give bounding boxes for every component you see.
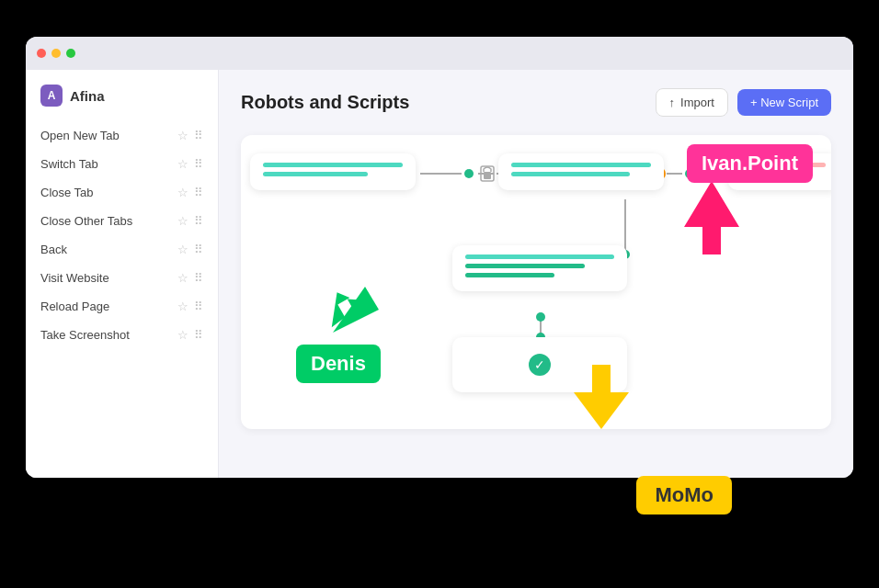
sidebar-item-label: Reload Page <box>40 300 109 313</box>
minimize-dot[interactable] <box>51 49 61 58</box>
star-icon[interactable]: ☆ <box>177 271 188 285</box>
grid-icon[interactable]: ⠿ <box>194 186 203 199</box>
svg-marker-23 <box>574 365 629 429</box>
pink-arrow <box>684 181 739 254</box>
flow-node-2 <box>498 153 664 190</box>
flow-diagram: ✓ Denis <box>241 135 831 429</box>
grid-icon[interactable]: ⠿ <box>194 328 203 342</box>
green-arrow <box>314 282 388 337</box>
page-title: Robots and Scripts <box>241 92 409 113</box>
annotation-denis: Denis <box>296 345 381 383</box>
sidebar-item-label: Close Tab <box>40 186 94 199</box>
sidebar-item-reload-page[interactable]: Reload Page ☆ ⠿ <box>26 292 218 321</box>
logo-text: Afina <box>70 88 105 104</box>
close-dot[interactable] <box>37 49 46 58</box>
sidebar-item-open-new-tab[interactable]: Open New Tab ☆ ⠿ <box>26 121 218 150</box>
maximize-dot[interactable] <box>66 49 75 58</box>
grid-icon[interactable]: ⠿ <box>194 300 203 313</box>
new-script-button[interactable]: + New Script <box>737 89 831 116</box>
sidebar-item-take-screenshot[interactable]: Take Screenshot ☆ ⠿ <box>26 321 218 349</box>
grid-icon[interactable]: ⠿ <box>194 157 203 171</box>
star-icon[interactable]: ☆ <box>177 129 188 142</box>
browser-chrome <box>26 37 853 70</box>
star-icon[interactable]: ☆ <box>177 157 188 171</box>
sidebar-item-switch-tab[interactable]: Switch Tab ☆ ⠿ <box>26 150 218 178</box>
import-label: Import <box>680 96 714 109</box>
sidebar-item-label: Back <box>40 243 67 256</box>
checkmark-icon: ✓ <box>529 354 551 376</box>
header-actions: ↑ Import + New Script <box>656 88 831 117</box>
svg-rect-4 <box>484 172 491 179</box>
sidebar-item-label: Visit Website <box>40 271 109 285</box>
star-icon[interactable]: ☆ <box>177 186 188 199</box>
new-script-label: + New Script <box>750 96 818 109</box>
flow-node-1 <box>250 153 416 190</box>
grid-icon[interactable]: ⠿ <box>194 243 203 256</box>
sidebar-item-close-other-tabs[interactable]: Close Other Tabs ☆ ⠿ <box>26 207 218 235</box>
main-content: Robots and Scripts ↑ Import + New Script <box>219 70 853 478</box>
app-body: A Afina Open New Tab ☆ ⠿ Switch Tab ☆ <box>26 70 853 478</box>
sidebar-item-label: Open New Tab <box>40 129 120 142</box>
svg-point-1 <box>464 169 474 178</box>
svg-point-19 <box>536 312 545 322</box>
annotation-momo: MoMo <box>636 476 732 514</box>
yellow-arrow <box>574 365 629 429</box>
sidebar-item-label: Switch Tab <box>40 157 98 171</box>
flow-node-4 <box>452 245 627 291</box>
star-icon[interactable]: ☆ <box>177 328 188 342</box>
annotation-ivan: Ivan.Point <box>687 144 813 183</box>
svg-marker-22 <box>684 181 739 254</box>
import-button[interactable]: ↑ Import <box>656 88 728 117</box>
main-header: Robots and Scripts ↑ Import + New Script <box>241 88 831 117</box>
logo-icon: A <box>40 85 63 107</box>
star-icon[interactable]: ☆ <box>177 243 188 256</box>
grid-icon[interactable]: ⠿ <box>194 129 203 142</box>
sidebar-item-label: Close Other Tabs <box>40 214 132 228</box>
sidebar-logo: A Afina <box>26 85 218 121</box>
sidebar: A Afina Open New Tab ☆ ⠿ Switch Tab ☆ <box>26 70 219 478</box>
sidebar-item-visit-website[interactable]: Visit Website ☆ ⠿ <box>26 264 218 292</box>
svg-rect-3 <box>481 166 494 181</box>
star-icon[interactable]: ☆ <box>177 214 188 228</box>
grid-icon[interactable]: ⠿ <box>194 214 203 228</box>
sidebar-item-close-tab[interactable]: Close Tab ☆ ⠿ <box>26 178 218 207</box>
browser-window: A Afina Open New Tab ☆ ⠿ Switch Tab ☆ <box>26 37 853 478</box>
star-icon[interactable]: ☆ <box>177 300 188 313</box>
grid-icon[interactable]: ⠿ <box>194 271 203 285</box>
sidebar-item-label: Take Screenshot <box>40 328 130 342</box>
sidebar-item-back[interactable]: Back ☆ ⠿ <box>26 235 218 264</box>
import-icon: ↑ <box>669 96 676 109</box>
